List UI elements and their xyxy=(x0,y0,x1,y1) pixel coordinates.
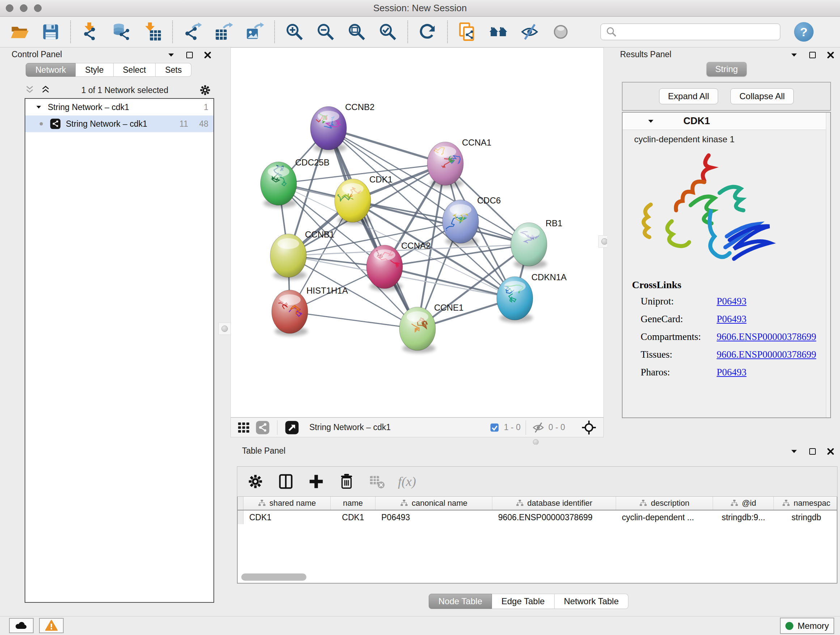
crosslink-link[interactable]: P06493 xyxy=(717,314,747,325)
zoom-fit-button[interactable] xyxy=(347,22,367,42)
table-remove-button[interactable] xyxy=(368,472,386,491)
table-horizontal-scrollbar[interactable] xyxy=(241,573,306,581)
cell-@id[interactable]: stringdb:9... xyxy=(713,510,774,524)
table-panel-caret-down[interactable] xyxy=(789,447,799,456)
network-row[interactable]: String Network – cdk1 11 48 xyxy=(25,116,213,132)
import-network-button[interactable] xyxy=(80,22,101,42)
node-CCNB1[interactable]: CCNB1 xyxy=(270,230,334,280)
crosslink-link[interactable]: 9606.ENSP00000378699 xyxy=(717,331,816,342)
crosslink-link[interactable]: P06493 xyxy=(717,296,747,307)
gene-section-header[interactable]: CDK1 xyxy=(622,112,830,130)
collapse-all-button[interactable]: Collapse All xyxy=(730,88,794,104)
results-scrollbar[interactable] xyxy=(826,112,830,417)
network-collection-row[interactable]: String Network – cdk1 1 xyxy=(25,99,213,116)
collapse-all-icon[interactable] xyxy=(25,85,35,95)
cell-shared-name[interactable]: CDK1 xyxy=(243,510,331,524)
node-HIST1H1A[interactable]: HIST1H1A xyxy=(272,286,348,336)
close-window-button[interactable] xyxy=(6,4,13,12)
network-canvas[interactable]: CCNB2 CCNA1 CDC25B CDK1 CDC6 xyxy=(231,48,604,417)
zoom-in-button[interactable] xyxy=(284,22,305,42)
table-panel-close[interactable] xyxy=(826,447,835,456)
cloud-button[interactable] xyxy=(9,618,34,633)
warnings-button[interactable] xyxy=(39,618,64,633)
node-RB1[interactable]: RB1 xyxy=(511,218,562,269)
results-panel-caret-down[interactable] xyxy=(789,50,799,60)
edge-CCNB2-CCNE1[interactable] xyxy=(328,128,417,329)
column-header-name[interactable]: name xyxy=(331,497,376,510)
caret-down-icon[interactable] xyxy=(646,117,655,126)
zoom-selected-button[interactable] xyxy=(378,22,398,42)
caret-down-icon[interactable] xyxy=(35,103,43,111)
fx-function-button[interactable]: f(x) xyxy=(398,474,416,489)
column-header-@id[interactable]: @id xyxy=(713,497,774,510)
results-panel-float-window[interactable] xyxy=(808,51,817,59)
node-table[interactable]: shared name name canonical name database… xyxy=(237,497,837,584)
tab-string[interactable]: String xyxy=(706,62,747,76)
cell-canonical-name[interactable]: P06493 xyxy=(376,510,493,524)
node-CCNB2[interactable]: CCNB2 xyxy=(310,102,374,152)
tab-edge-table[interactable]: Edge Table xyxy=(492,594,554,609)
control-panel-close[interactable] xyxy=(203,51,212,59)
gear-icon[interactable] xyxy=(199,84,211,96)
node-CDKN1A[interactable]: CDKN1A xyxy=(497,272,567,323)
columns-view-button[interactable] xyxy=(276,472,295,491)
import-database-button[interactable] xyxy=(111,22,132,42)
expand-all-button[interactable]: Expand All xyxy=(659,88,718,104)
node-CCNE1[interactable]: CCNE1 xyxy=(399,302,463,353)
results-panel-close[interactable] xyxy=(826,51,835,59)
cell-name[interactable]: CDK1 xyxy=(331,510,376,524)
search-input[interactable] xyxy=(617,27,769,37)
zoom-out-button[interactable] xyxy=(316,22,336,42)
plus-button[interactable] xyxy=(307,472,325,491)
cell-namespac[interactable]: stringdb xyxy=(774,510,837,524)
open-in-new-icon[interactable] xyxy=(283,418,302,437)
export-table-button[interactable] xyxy=(213,22,234,42)
import-table-button[interactable] xyxy=(142,22,163,42)
share-network-icon[interactable] xyxy=(253,418,272,437)
birdseye-button[interactable] xyxy=(551,22,571,42)
crosslink-link[interactable]: P06493 xyxy=(717,367,747,378)
refresh-button[interactable] xyxy=(417,22,438,42)
tab-style[interactable]: Style xyxy=(76,63,113,77)
table-row[interactable]: CDK1CDK1P064939606.ENSP00000378699cyclin… xyxy=(238,510,837,524)
node-CCNA1[interactable]: CCNA1 xyxy=(427,138,491,188)
control-panel-caret-down[interactable] xyxy=(166,50,176,60)
export-network-button[interactable] xyxy=(182,22,202,42)
node-CDC6[interactable]: CDC6 xyxy=(442,195,501,246)
first-neighbors-button[interactable] xyxy=(488,22,508,42)
horizontal-splitter-handle[interactable] xyxy=(533,439,538,445)
grid-view-icon[interactable] xyxy=(234,418,253,437)
open-folder-button[interactable] xyxy=(9,22,30,42)
tab-select[interactable]: Select xyxy=(114,63,156,77)
search-box[interactable] xyxy=(600,24,780,40)
minimize-window-button[interactable] xyxy=(20,4,27,12)
column-header-namespac[interactable]: namespac xyxy=(774,497,837,510)
tab-network-table[interactable]: Network Table xyxy=(554,594,629,609)
expand-all-icon[interactable] xyxy=(41,85,51,95)
column-header-canonical-name[interactable]: canonical name xyxy=(376,497,493,510)
cell-description[interactable]: cyclin-dependent ... xyxy=(616,510,713,524)
table-panel-float-window[interactable] xyxy=(808,447,817,456)
edge-HIST1H1A-CCNE1[interactable] xyxy=(290,312,417,329)
copy-style-button[interactable] xyxy=(457,22,477,42)
control-panel-float-window[interactable] xyxy=(185,51,194,59)
node-CCNA2[interactable]: CCNA2 xyxy=(366,241,431,291)
memory-button[interactable]: Memory xyxy=(780,618,834,634)
selected-checkbox-icon[interactable] xyxy=(488,418,501,437)
column-header-description[interactable]: description xyxy=(616,497,713,510)
tab-network[interactable]: Network xyxy=(26,63,76,77)
column-header-shared-name[interactable]: shared name xyxy=(243,497,331,510)
crosslink-link[interactable]: 9606.ENSP00000378699 xyxy=(717,349,816,360)
maximize-window-button[interactable] xyxy=(34,4,42,12)
column-header-database-identifier[interactable]: database identifier xyxy=(493,497,616,510)
show-hide-button[interactable] xyxy=(519,22,540,42)
gear-button[interactable] xyxy=(246,472,265,491)
trash-button[interactable] xyxy=(337,472,356,491)
hidden-eye-icon[interactable] xyxy=(531,418,546,437)
save-button[interactable] xyxy=(41,22,61,42)
help-button[interactable]: ? xyxy=(794,22,813,42)
tab-node-table[interactable]: Node Table xyxy=(429,594,492,609)
left-splitter-handle[interactable] xyxy=(218,323,231,335)
export-image-button[interactable] xyxy=(245,22,265,42)
tab-sets[interactable]: Sets xyxy=(156,63,191,77)
